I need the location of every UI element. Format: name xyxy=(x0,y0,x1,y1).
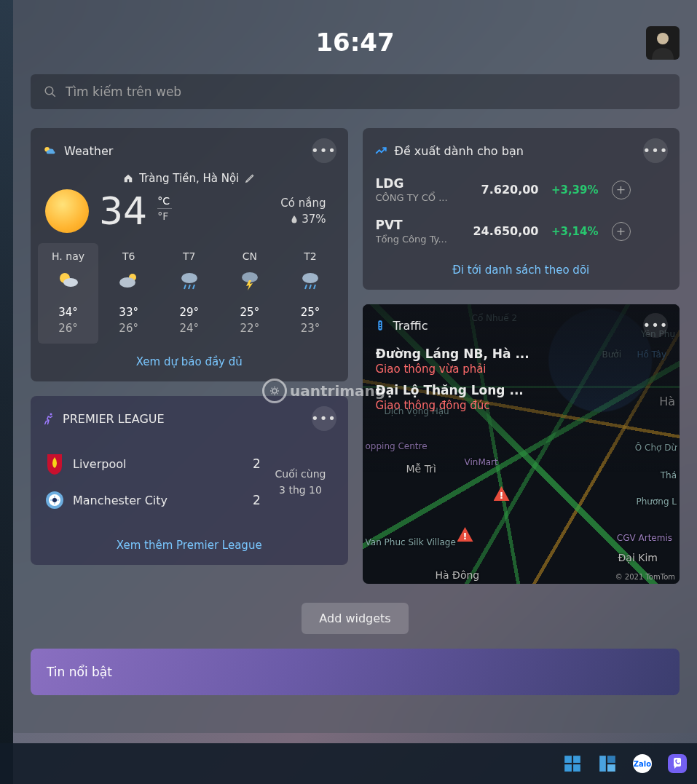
svg-point-1 xyxy=(657,33,669,44)
forecast-hi: 29° xyxy=(159,306,219,319)
stocks-link[interactable]: Đi tới danh sách theo dõi xyxy=(363,252,680,290)
stock-symbol: LDG xyxy=(376,176,463,191)
condition-text: Có nắng xyxy=(280,197,326,210)
zalo-app-icon[interactable]: Zalo xyxy=(630,751,655,776)
forecast-day[interactable]: T2 25° 23° xyxy=(280,243,340,344)
start-button[interactable] xyxy=(560,751,585,776)
unit-celsius[interactable]: °C xyxy=(157,195,172,207)
forecast-icon xyxy=(219,269,280,291)
forecast-hi: 25° xyxy=(219,306,280,319)
forecast-day[interactable]: H. nay 34° 26° xyxy=(38,243,98,344)
svg-point-9 xyxy=(181,273,197,283)
unit-fahrenheit[interactable]: °F xyxy=(157,210,172,222)
add-stock-button[interactable]: + xyxy=(612,222,631,241)
svg-point-24 xyxy=(379,322,380,323)
svg-rect-33 xyxy=(607,756,615,763)
stock-change: +3,39% xyxy=(548,183,599,197)
forecast-day[interactable]: T7 29° 24° xyxy=(159,243,219,344)
team-row: Liverpool 2 xyxy=(45,446,268,482)
svg-line-18 xyxy=(314,285,315,289)
add-widgets-button[interactable]: Add widgets xyxy=(302,603,408,634)
svg-point-26 xyxy=(379,327,380,328)
match-date: 3 thg 10 xyxy=(268,484,334,496)
weather-more-button[interactable]: ••• xyxy=(312,138,336,163)
svg-line-12 xyxy=(193,285,194,289)
forecast-icon xyxy=(159,269,219,291)
svg-rect-31 xyxy=(573,764,580,772)
forecast-hi: 34° xyxy=(38,306,98,319)
svg-point-19 xyxy=(50,413,52,416)
svg-line-17 xyxy=(310,285,311,289)
humidity-value: 37% xyxy=(302,213,326,226)
traffic-route[interactable]: Đại Lộ Thăng Long ... Giao thông đông đú… xyxy=(363,380,680,416)
team-score: 2 xyxy=(246,456,268,471)
stock-price: 24.650,00 xyxy=(472,224,539,238)
forecast-hi: 25° xyxy=(280,306,340,319)
news-title: Tin nổi bật xyxy=(47,665,112,679)
user-avatar[interactable] xyxy=(646,26,680,60)
svg-point-25 xyxy=(379,325,380,326)
forecast-day[interactable]: T6 33° 26° xyxy=(98,243,159,344)
stock-row[interactable]: LDG CÔNG TY CỔ ... 7.620,00 +3,39% + xyxy=(363,169,680,210)
sports-link[interactable]: Xem thêm Premier League xyxy=(31,527,348,565)
clock-time: 16:47 xyxy=(315,28,394,57)
forecast-icon xyxy=(38,269,98,291)
team-crest-icon xyxy=(45,453,64,475)
svg-rect-30 xyxy=(564,764,572,772)
stock-row[interactable]: PVT Tổng Công Ty... 24.650,00 +3,14% + xyxy=(363,210,680,252)
weather-forecast-link[interactable]: Xem dự báo đầy đủ xyxy=(31,344,348,381)
forecast-label: T6 xyxy=(98,250,159,262)
edit-icon[interactable] xyxy=(245,173,255,183)
svg-rect-34 xyxy=(607,764,615,772)
svg-text:Zalo: Zalo xyxy=(634,760,651,768)
sports-title: PREMIER LEAGUE xyxy=(63,412,304,426)
weather-widget[interactable]: Weather ••• Tràng Tiền, Hà Nội 34 xyxy=(31,128,348,381)
forecast-label: CN xyxy=(219,250,280,262)
team-row: Manchester City 2 xyxy=(45,482,268,518)
search-bar[interactable] xyxy=(31,74,680,109)
forecast-lo: 26° xyxy=(98,322,159,335)
traffic-route[interactable]: Đường Láng NB, Hà ... Giao thông vừa phả… xyxy=(363,344,680,380)
forecast-hi: 33° xyxy=(98,306,159,319)
news-widget[interactable]: Tin nổi bật xyxy=(31,649,680,695)
sports-more-button[interactable]: ••• xyxy=(312,406,336,431)
forecast-icon xyxy=(280,269,340,291)
svg-line-3 xyxy=(52,93,55,97)
svg-rect-32 xyxy=(599,756,606,772)
traffic-widget[interactable]: Cổ Nhuế 2 Yên Phụ Bưởi Hồ Tây Dịch Vọng … xyxy=(363,304,680,584)
viber-app-icon[interactable] xyxy=(665,751,690,776)
stock-company: CÔNG TY CỔ ... xyxy=(376,192,463,203)
forecast-day[interactable]: CN 25° 22° xyxy=(219,243,280,344)
svg-point-2 xyxy=(45,87,53,95)
route-status: Giao thông đông đúc xyxy=(376,399,667,412)
home-icon xyxy=(123,173,133,183)
taskbar[interactable]: Zalo xyxy=(0,743,697,784)
weather-location-text: Tràng Tiền, Hà Nội xyxy=(139,172,239,185)
traffic-light-icon xyxy=(374,319,386,332)
sun-icon xyxy=(45,189,89,233)
route-name: Đại Lộ Thăng Long ... xyxy=(376,383,667,397)
svg-rect-28 xyxy=(564,756,572,763)
forecast-label: T7 xyxy=(159,250,219,262)
team-name: Manchester City xyxy=(73,494,237,507)
search-input[interactable] xyxy=(66,84,666,99)
weather-location[interactable]: Tràng Tiền, Hà Nội xyxy=(31,172,348,185)
add-stock-button[interactable]: + xyxy=(612,181,631,199)
stocks-widget[interactable]: Đề xuất dành cho bạn ••• LDG CÔNG TY CỔ … xyxy=(363,128,680,290)
stocks-more-button[interactable]: ••• xyxy=(643,138,668,163)
unit-toggle[interactable]: °C °F xyxy=(157,195,172,222)
weather-icon xyxy=(42,143,57,158)
traffic-more-button[interactable]: ••• xyxy=(643,313,668,338)
forecast-label: T2 xyxy=(280,250,340,262)
svg-line-11 xyxy=(189,285,190,289)
droplet-icon xyxy=(290,214,299,224)
traffic-title: Traffic xyxy=(393,319,637,333)
svg-line-16 xyxy=(305,285,307,289)
widgets-button[interactable] xyxy=(595,751,620,776)
stock-price: 7.620,00 xyxy=(472,183,539,197)
stock-symbol: PVT xyxy=(376,218,463,232)
current-temp: 34 xyxy=(99,192,147,230)
sports-widget[interactable]: PREMIER LEAGUE ••• Liverpool 2 Mancheste… xyxy=(31,396,348,565)
stocks-title: Đề xuất dành cho bạn xyxy=(395,144,637,158)
forecast-icon xyxy=(98,269,159,291)
